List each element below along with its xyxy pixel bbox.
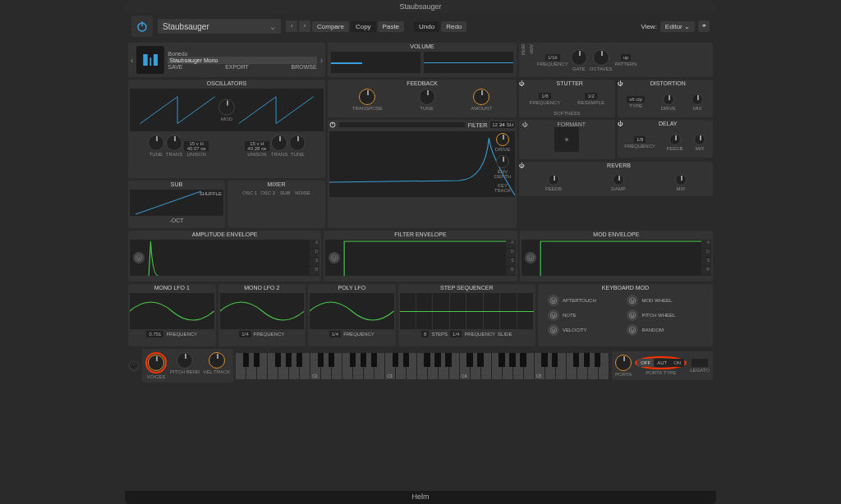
kbd-pitchwheel[interactable]: ⓤPITCH WHEEL xyxy=(627,309,703,321)
mixer-panel: MIXER OSC 1 OSC 2 SUB NOISE xyxy=(227,181,325,228)
fb-amount[interactable] xyxy=(473,89,489,105)
step-seq-graph[interactable] xyxy=(400,293,534,329)
mod-env-graph[interactable]: ⓤ ADSR xyxy=(522,240,711,276)
arp-octaves-knob[interactable] xyxy=(593,49,609,66)
save-button[interactable]: SAVE xyxy=(168,64,182,70)
sub-oct[interactable]: -OCT xyxy=(128,218,225,223)
poly-lfo-freq[interactable]: 1/4 xyxy=(329,331,341,337)
fb-tune[interactable] xyxy=(419,89,435,105)
export-button[interactable]: EXPORT xyxy=(225,64,249,70)
osc-mod-knob[interactable] xyxy=(218,99,235,116)
preset-prev[interactable]: ‹ xyxy=(131,56,133,65)
filter-env-depth[interactable] xyxy=(496,155,509,168)
amp-env-graph[interactable]: ⓤ ADSR xyxy=(130,240,319,276)
arp-gate-knob[interactable] xyxy=(571,49,587,66)
porta-knob[interactable] xyxy=(615,355,632,371)
fb-transpose[interactable] xyxy=(359,89,375,105)
poly-lfo-graph[interactable] xyxy=(310,293,394,329)
voices-knob[interactable] xyxy=(148,355,164,371)
next-preset[interactable]: › xyxy=(299,21,310,32)
view-dropdown[interactable]: Editor ⌄ xyxy=(660,21,695,32)
preset-dropdown[interactable]: Staubsauger ⌄ xyxy=(158,19,281,34)
preset-name: Staubsauger xyxy=(163,22,209,31)
kbd-aftertouch[interactable]: ⓤAFTERTOUCH xyxy=(548,295,624,306)
osc1-detune[interactable]: 40.07 ce xyxy=(184,146,209,151)
delay-freq[interactable]: 1/8 xyxy=(634,136,646,143)
stutter-freq[interactable]: 1/8 xyxy=(539,93,550,99)
filter-cutoff-slider[interactable] xyxy=(339,122,465,127)
legato-toggle[interactable] xyxy=(692,359,708,367)
step-rate[interactable]: 1/4 xyxy=(450,331,462,337)
mod-source-icon[interactable]: ⓤ xyxy=(525,252,536,263)
lfo2-freq[interactable]: 1/4 xyxy=(239,331,250,337)
mod-source-icon[interactable]: ⓤ xyxy=(329,252,340,263)
osc2-tune[interactable] xyxy=(289,135,306,151)
chevron-down-icon: ⌄ xyxy=(269,22,276,31)
preset-name-field[interactable]: Staubsauger Mono xyxy=(169,57,218,63)
mod-source-icon[interactable]: ⓤ xyxy=(133,252,145,263)
feedback-panel: FEEDBACK TRANSPOSE TUNE AMOUNT xyxy=(328,80,517,117)
reverb-mix[interactable] xyxy=(675,174,687,186)
undo-button[interactable]: Undo xyxy=(414,21,439,32)
filter-shelf[interactable]: SH xyxy=(507,122,513,127)
osc1-tune[interactable] xyxy=(148,135,164,151)
kbd-note[interactable]: ⓤNOTE xyxy=(548,309,624,321)
reverb-damp[interactable] xyxy=(613,174,624,186)
sub-waveform[interactable]: SHUFFLE xyxy=(130,190,223,216)
delay-feedb[interactable] xyxy=(669,134,681,145)
reverb-feedb[interactable] xyxy=(548,174,559,186)
mod-matrix-icon[interactable]: ⓤ xyxy=(128,360,140,372)
lfo2-graph[interactable] xyxy=(220,293,305,329)
mono-lfo1-panel: MONO LFO 1 0.751FREQUENCY xyxy=(128,284,216,346)
voices-highlight xyxy=(145,352,167,373)
kbd-velocity[interactable]: ⓤVELOCITY xyxy=(548,324,624,336)
window-titlebar: Staubsauger xyxy=(125,0,716,13)
kbd-modwheel[interactable]: ⓤMOD WHEEL xyxy=(627,295,703,306)
mono-lfo2-panel: MONO LFO 2 1/4FREQUENCY xyxy=(218,284,306,346)
plugin-footer-name: Helm xyxy=(125,491,716,502)
paste-button[interactable]: Paste xyxy=(378,21,404,32)
compare-button[interactable]: Compare xyxy=(312,21,349,32)
volume-slider[interactable] xyxy=(331,52,420,73)
lfo1-freq[interactable]: 0.751 xyxy=(146,331,163,337)
power-button[interactable] xyxy=(131,16,153,37)
poly-lfo-panel: POLY LFO 1/4FREQUENCY xyxy=(308,284,396,346)
porta-type-toggle[interactable]: OFF AUT ON xyxy=(637,359,684,367)
osc-waveform-display[interactable]: MOD xyxy=(130,89,324,131)
filter-keytrack[interactable]: KEY TRACK xyxy=(490,183,515,193)
osc1-trans[interactable] xyxy=(166,135,182,151)
browse-button[interactable]: BROWSE xyxy=(292,64,317,70)
step-count[interactable]: 8 xyxy=(421,331,429,337)
stutter-resample[interactable]: 1/2 xyxy=(585,93,596,99)
prev-preset[interactable]: ‹ xyxy=(286,21,297,32)
filter-power-icon[interactable] xyxy=(329,121,336,128)
kbd-random[interactable]: ⓤRANDOM xyxy=(627,324,703,336)
dist-drive[interactable] xyxy=(663,94,674,105)
step-slide[interactable]: SLIDE xyxy=(498,332,512,337)
virtual-keyboard[interactable]: C2 C3 C4 C5 xyxy=(236,353,609,379)
pitchbend-knob[interactable] xyxy=(177,352,193,369)
copy-button[interactable]: Copy xyxy=(351,21,376,32)
filter-curve-display[interactable] xyxy=(329,131,515,197)
osc2-trans[interactable] xyxy=(271,135,287,151)
dist-type[interactable]: sft clp xyxy=(627,96,645,103)
delay-mix[interactable] xyxy=(694,134,705,145)
filter-24[interactable]: 24 xyxy=(499,122,505,127)
redo-button[interactable]: Redo xyxy=(441,21,466,32)
dist-mix[interactable] xyxy=(692,94,703,105)
osc2-detune[interactable]: 40.28 ce xyxy=(245,146,269,151)
formant-xy-pad[interactable] xyxy=(554,127,579,152)
preset-icon[interactable] xyxy=(136,46,164,74)
arp-panel: BPM ARP 1/16FREQUENCY GATE OCTAVES upPAT… xyxy=(519,43,713,77)
filter-12[interactable]: 12 xyxy=(492,122,498,127)
filter-env-graph[interactable]: ⓤ ADSR xyxy=(325,240,515,276)
arp-pattern[interactable]: up xyxy=(621,54,632,61)
arp-rate[interactable]: 1/16 xyxy=(545,54,560,61)
lfo1-graph[interactable] xyxy=(130,293,214,329)
veltrack-knob[interactable] xyxy=(209,352,225,369)
preset-next[interactable]: › xyxy=(320,56,323,65)
view-label: View: xyxy=(641,23,656,30)
link-icon[interactable]: ⚭ xyxy=(698,21,710,32)
filter-drive[interactable] xyxy=(496,133,509,146)
stutter-softness[interactable]: SOFTNESS xyxy=(519,111,615,117)
